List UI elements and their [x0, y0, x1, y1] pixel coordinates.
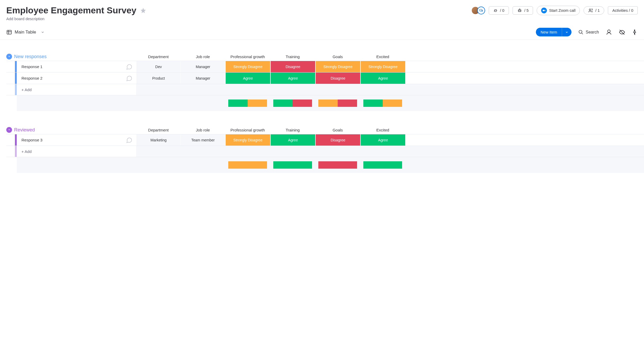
board-description[interactable]: Add board description [0, 16, 644, 25]
svg-point-3 [519, 10, 519, 11]
group-collapse-toggle[interactable] [6, 127, 12, 133]
column-header-job-role[interactable]: Job role [181, 128, 225, 132]
column-header-excited[interactable]: Excited [360, 128, 405, 132]
table-row[interactable]: Response 1 [6, 61, 136, 72]
table-row[interactable]: Response 3 [6, 134, 136, 146]
column-header-excited[interactable]: Excited [360, 54, 405, 59]
status-cell[interactable]: Agree [360, 134, 405, 146]
column-header-goals[interactable]: Goals [315, 128, 360, 132]
integrations-pill[interactable]: / 0 [489, 6, 509, 15]
column-summary [270, 100, 315, 107]
table-icon [6, 29, 12, 35]
activities-label: Activities / 0 [612, 8, 633, 13]
status-cell[interactable]: Agree [360, 73, 405, 84]
guests-pill[interactable]: / 1 [584, 6, 604, 15]
column-header-job-role[interactable]: Job role [181, 54, 225, 59]
status-cell[interactable]: Disagree [315, 134, 360, 146]
status-cell[interactable]: Strongly Disagree [225, 134, 270, 146]
column-summary [225, 161, 270, 169]
group-title[interactable]: Reviewed [14, 127, 136, 133]
item-name[interactable]: Response 1 [21, 64, 126, 69]
status-cell[interactable]: Agree [270, 134, 315, 146]
status-cell[interactable]: Strongly Disagree [360, 61, 405, 72]
column-header-training[interactable]: Training [270, 54, 315, 59]
svg-point-1 [482, 10, 483, 11]
status-cell[interactable]: Strongly Disagree [225, 61, 270, 72]
activities-button[interactable]: Activities / 0 [608, 6, 638, 14]
job-role-cell[interactable]: Manager [181, 73, 225, 84]
status-cell[interactable]: Disagree [315, 73, 360, 84]
visibility-badge-icon [477, 7, 485, 14]
column-summary [315, 100, 360, 107]
column-summary [270, 161, 315, 169]
column-header-growth[interactable]: Professional growth [225, 128, 270, 132]
column-header-growth[interactable]: Professional growth [225, 54, 270, 59]
column-header-training[interactable]: Training [270, 128, 315, 132]
svg-rect-7 [7, 30, 12, 34]
add-item-label: + Add [21, 149, 136, 154]
table-row[interactable]: Response 2 [6, 73, 136, 84]
zoom-call-button[interactable]: Start Zoom call [537, 6, 580, 15]
svg-rect-5 [543, 10, 545, 11]
new-item-button[interactable]: New Item [536, 28, 571, 36]
column-header-department[interactable]: Department [136, 128, 181, 132]
group-title[interactable]: New responses [14, 54, 136, 59]
add-item-row[interactable]: + Add [6, 146, 136, 157]
search-button[interactable]: Search [578, 30, 599, 35]
status-cell[interactable]: Strongly Disagree [315, 61, 360, 72]
pin-icon[interactable] [632, 29, 638, 35]
search-label: Search [586, 30, 599, 35]
plug-icon [493, 8, 498, 13]
job-role-cell[interactable]: Manager [181, 61, 225, 72]
person-filter-button[interactable] [606, 29, 612, 35]
column-header-department[interactable]: Department [136, 54, 181, 59]
star-icon[interactable] [140, 7, 146, 14]
column-summary [315, 161, 360, 169]
status-cell[interactable]: Disagree [270, 61, 315, 72]
people-icon [588, 8, 593, 13]
item-name[interactable]: Response 2 [21, 76, 126, 80]
column-header-goals[interactable]: Goals [315, 54, 360, 59]
department-cell[interactable]: Product [136, 73, 181, 84]
guests-count: / 1 [595, 8, 600, 13]
svg-point-6 [589, 9, 591, 10]
chevron-down-icon [41, 30, 45, 34]
svg-point-8 [579, 30, 582, 33]
add-item-label: + Add [21, 87, 136, 92]
automations-count: / 5 [524, 8, 529, 13]
view-tab-main-table[interactable]: Main Table [6, 29, 45, 35]
board-title[interactable]: Employee Engagement Survey [6, 5, 136, 15]
department-cell[interactable]: Marketing [136, 134, 181, 146]
search-icon [578, 30, 584, 35]
status-cell[interactable]: Agree [270, 73, 315, 84]
status-cell[interactable]: Agree [225, 73, 270, 84]
new-item-label: New Item [536, 28, 562, 36]
hide-columns-button[interactable] [619, 29, 625, 35]
svg-point-4 [520, 10, 520, 11]
chat-icon[interactable] [126, 137, 132, 144]
zoom-label: Start Zoom call [549, 8, 575, 13]
view-tab-label: Main Table [15, 30, 36, 35]
column-summary [225, 100, 270, 107]
department-cell[interactable]: Dev [136, 61, 181, 72]
chat-icon[interactable] [126, 63, 132, 70]
column-summary [360, 100, 405, 107]
zoom-icon [541, 8, 547, 13]
add-item-row[interactable]: + Add [6, 84, 136, 95]
item-name[interactable]: Response 3 [21, 138, 126, 142]
integrations-count: / 0 [500, 8, 504, 13]
new-item-dropdown[interactable] [562, 28, 571, 36]
job-role-cell[interactable]: Team member [181, 134, 225, 146]
automations-pill[interactable]: / 5 [513, 6, 533, 15]
svg-point-9 [608, 30, 610, 32]
column-summary [360, 161, 405, 169]
robot-icon [517, 8, 522, 13]
board-members[interactable] [471, 7, 485, 14]
chat-icon[interactable] [126, 75, 132, 82]
group-collapse-toggle[interactable] [6, 54, 12, 59]
